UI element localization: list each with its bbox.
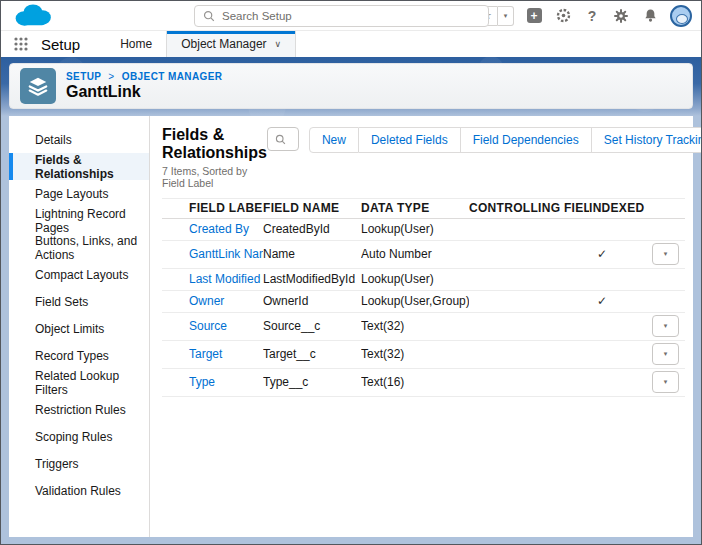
breadcrumb-separator: > [108, 71, 114, 82]
field-name-cell: CreatedById [263, 222, 361, 236]
row-actions-cell: ▾ [646, 315, 685, 337]
table-row-source: SourceSource__cText(32)▾ [162, 313, 685, 341]
chevron-down-icon: ∨ [275, 39, 282, 49]
global-search[interactable] [194, 5, 489, 27]
new-button[interactable]: New [309, 127, 359, 153]
global-search-input[interactable] [222, 10, 480, 22]
global-actions-icon[interactable]: + [525, 7, 543, 25]
field-label-link[interactable]: Type [189, 375, 215, 389]
salesforce-logo-icon [11, 2, 55, 29]
field-name-cell: OwnerId [263, 294, 361, 308]
setup-gear-icon[interactable] [612, 7, 630, 25]
table-row-owner: OwnerOwnerIdLookup(User,Group)✓ [162, 291, 685, 313]
sidebar-item-buttons-links-and-actions[interactable]: Buttons, Links, and Actions [9, 234, 149, 261]
field-label-link[interactable]: Created By [189, 222, 249, 236]
sidebar-item-fields-relationships[interactable]: Fields & Relationships [9, 153, 149, 180]
setup-navbar: Setup HomeObject Manager∨ [1, 31, 701, 57]
page-header-card: SETUP > OBJECT MANAGER GanttLink [9, 63, 693, 109]
sidebar-item-object-limits[interactable]: Object Limits [9, 315, 149, 342]
field-dependencies-button[interactable]: Field Dependencies [461, 127, 592, 153]
search-icon [275, 134, 286, 145]
row-actions-cell: ▾ [646, 343, 685, 365]
main-panel: Fields & Relationships 7 Items, Sorted b… [150, 116, 693, 537]
breadcrumb-setup-link[interactable]: SETUP [66, 71, 101, 82]
sidebar-item-details[interactable]: Details [9, 126, 149, 153]
field-label-link[interactable]: Owner [189, 294, 224, 308]
deleted-fields-button[interactable]: Deleted Fields [359, 127, 461, 153]
breadcrumb-object-manager-link[interactable]: OBJECT MANAGER [122, 71, 223, 82]
column-header-label: FIELD LABEL [189, 201, 263, 215]
field-name-cell: Type__c [263, 375, 361, 389]
notifications-bell-icon[interactable] [641, 7, 659, 25]
column-header-label: FIELD NAME [263, 201, 339, 215]
sidebar-item-lightning-record-pages[interactable]: Lightning Record Pages [9, 207, 149, 234]
field-name-cell: LastModifiedById [263, 272, 361, 286]
row-menu-button[interactable]: ▾ [652, 343, 679, 365]
sidebar-item-restriction-rules[interactable]: Restriction Rules [9, 396, 149, 423]
help-icon[interactable]: ? [583, 7, 601, 25]
column-header-field-label[interactable]: FIELD LABEL▲ [162, 201, 263, 215]
app-launcher-icon[interactable] [13, 36, 29, 52]
column-header-indexed[interactable]: INDEXED [589, 201, 646, 215]
row-actions-cell: ▾ [646, 243, 685, 265]
column-header-controlling-field[interactable]: CONTROLLING FIELD [469, 201, 589, 215]
indexed-cell: ✓ [589, 294, 646, 308]
indexed-cell: ✓ [589, 247, 646, 261]
sidebar-item-record-types[interactable]: Record Types [9, 342, 149, 369]
toolbar-buttons: NewDeleted FieldsField DependenciesSet H… [309, 127, 702, 153]
sidebar-item-page-layouts[interactable]: Page Layouts [9, 180, 149, 207]
sidebar-item-triggers[interactable]: Triggers [9, 450, 149, 477]
set-history-tracking-button[interactable]: Set History Tracking [592, 127, 702, 153]
browser-frame: ☆ ▾ + ? [0, 0, 702, 545]
header-actions: ☆ ▾ + ? [476, 5, 701, 27]
row-menu-button[interactable]: ▾ [652, 315, 679, 337]
object-sidebar: DetailsFields & RelationshipsPage Layout… [9, 116, 150, 537]
sidebar-item-related-lookup-filters[interactable]: Related Lookup Filters [9, 369, 149, 396]
search-icon [203, 10, 215, 22]
tab-label: Home [120, 37, 152, 51]
tab-home[interactable]: Home [106, 31, 166, 57]
nav-tabs: HomeObject Manager∨ [106, 31, 296, 57]
column-header-data-type[interactable]: DATA TYPE [361, 201, 469, 215]
data-type-cell: Text(32) [361, 347, 469, 361]
fields-table: FIELD LABEL▲FIELD NAMEDATA TYPECONTROLLI… [162, 198, 685, 397]
quick-find[interactable] [267, 127, 299, 151]
field-label-link[interactable]: Source [189, 319, 227, 333]
tab-object-manager[interactable]: Object Manager∨ [166, 31, 296, 57]
page-title: GanttLink [66, 83, 222, 101]
global-header: ☆ ▾ + ? [1, 1, 701, 31]
content-card: DetailsFields & RelationshipsPage Layout… [9, 116, 693, 537]
field-label-link[interactable]: Last Modified By [189, 272, 263, 286]
data-type-cell: Lookup(User) [361, 272, 469, 286]
guidance-center-icon[interactable] [554, 7, 572, 25]
table-row-type: TypeType__cText(16)▾ [162, 369, 685, 397]
field-name-cell: Name [263, 247, 361, 261]
favorites-dropdown-icon[interactable]: ▾ [498, 6, 514, 26]
table-row-created-by: Created ByCreatedByIdLookup(User) [162, 219, 685, 241]
field-label-link[interactable]: GanttLink Name [189, 247, 263, 261]
field-name-cell: Target__c [263, 347, 361, 361]
field-name-cell: Source__c [263, 319, 361, 333]
data-type-cell: Lookup(User,Group) [361, 294, 469, 308]
data-type-cell: Text(32) [361, 319, 469, 333]
row-menu-button[interactable]: ▾ [652, 243, 679, 265]
column-header-field-name[interactable]: FIELD NAME [263, 201, 361, 215]
field-label-link[interactable]: Target [189, 347, 222, 361]
object-layers-icon [20, 68, 56, 104]
breadcrumb: SETUP > OBJECT MANAGER [66, 71, 222, 82]
table-header-row: FIELD LABEL▲FIELD NAMEDATA TYPECONTROLLI… [162, 198, 685, 219]
data-type-cell: Auto Number [361, 247, 469, 261]
table-row-target: TargetTarget__cText(32)▾ [162, 341, 685, 369]
user-avatar[interactable] [670, 5, 692, 27]
column-header-label: INDEXED [589, 201, 644, 215]
row-menu-button[interactable]: ▾ [652, 371, 679, 393]
app-name: Setup [41, 36, 80, 53]
table-row-ganttlink-name: GanttLink NameNameAuto Number✓▾ [162, 241, 685, 269]
sidebar-item-field-sets[interactable]: Field Sets [9, 288, 149, 315]
sidebar-item-validation-rules[interactable]: Validation Rules [9, 477, 149, 504]
sidebar-item-scoping-rules[interactable]: Scoping Rules [9, 423, 149, 450]
main-header: Fields & Relationships 7 Items, Sorted b… [162, 126, 685, 189]
column-header-label: CONTROLLING FIELD [469, 201, 589, 215]
section-heading: Fields & Relationships [162, 126, 267, 163]
sidebar-item-compact-layouts[interactable]: Compact Layouts [9, 261, 149, 288]
